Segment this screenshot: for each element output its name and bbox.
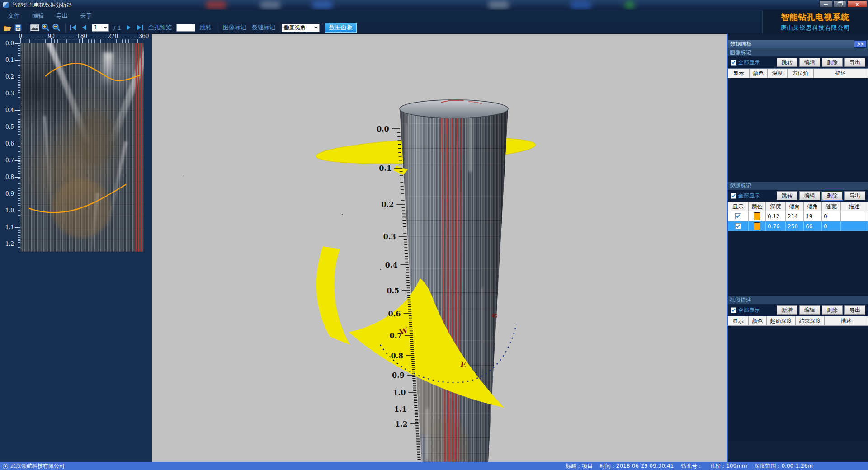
borehole-unwrapped-image[interactable] (20, 43, 144, 252)
fracture-row-1[interactable]: 0.12 214 19 0 (728, 212, 868, 221)
collapse-panel-button[interactable]: >> (854, 40, 867, 48)
crack-marks-delete-button[interactable]: 删除 (822, 191, 843, 200)
status-depth-range: 深度范围：0.00-1.26m (755, 462, 813, 470)
cylinder-depth-label: 0.7 (390, 331, 402, 340)
menu-export[interactable]: 导出 (56, 12, 68, 20)
cylinder-depth-label: 0.0 (377, 125, 389, 133)
row-checkbox[interactable] (735, 213, 741, 219)
status-time: 时间：2018-06-29 09:30:41 (600, 462, 674, 470)
page-total-label: / 1 (113, 24, 121, 31)
fracture-sinusoid-2[interactable] (29, 184, 126, 212)
segments-delete-button[interactable]: 删除 (822, 306, 843, 315)
image-marks-showall-checkbox[interactable] (731, 60, 736, 66)
col-show: 显示 (728, 69, 750, 78)
menubar: 文件 编辑 导出 关于 (0, 10, 762, 22)
jump-depth-input[interactable] (176, 24, 195, 32)
col-desc: 描述 (841, 202, 868, 212)
taskbar-blur-decoration (312, 1, 333, 9)
taskbar-blur-decoration (260, 1, 281, 9)
cell-depth: 0.12 (766, 212, 786, 221)
crack-mark-button[interactable]: 裂缝标记 (252, 24, 275, 32)
segments-edit-button[interactable]: 编辑 (799, 306, 820, 315)
titlebar: 智能钻孔电视数据分析器 x (0, 0, 868, 10)
zoom-out-icon[interactable] (52, 23, 61, 32)
crack-marks-edit-button[interactable]: 编辑 (799, 191, 820, 200)
menu-file[interactable]: 文件 (8, 12, 20, 20)
depth-scale-label: 1.2 (0, 241, 14, 247)
col-azimuth: 方位角 (788, 69, 814, 78)
borehole-3d-scene: W E S 0.00.10.20.30.40.50.60.70.80.91.01… (152, 34, 727, 462)
crack-marks-showall-label[interactable]: 全部显示 (738, 192, 777, 200)
cylinder-depth-label: 1.2 (395, 420, 408, 428)
whole-hole-preview-button[interactable]: 全孔预览 (148, 24, 172, 32)
cell-desc (841, 221, 868, 231)
open-file-icon[interactable] (2, 23, 12, 32)
col-desc: 描述 (825, 316, 868, 326)
cylinder-depth-label: 0.5 (387, 287, 399, 295)
view-angle-select[interactable]: 垂直视角 (282, 24, 320, 32)
previous-page-icon[interactable] (79, 23, 89, 32)
crack-marks-export-button[interactable]: 导出 (844, 191, 865, 200)
image-marks-export-button[interactable]: 导出 (844, 58, 865, 67)
image-marks-empty-area (728, 78, 868, 182)
whole-hole-image-icon[interactable] (30, 23, 40, 32)
crack-marks-empty-area (728, 231, 868, 296)
fracture-sinusoid-1[interactable] (45, 63, 140, 80)
depth-scale-label: 0.6 (0, 141, 14, 147)
data-panel-header: 数据面板 >> (728, 40, 868, 48)
cell-dip-direction: 214 (786, 212, 804, 221)
col-depth: 深度 (768, 69, 788, 78)
segments-export-button[interactable]: 导出 (844, 306, 865, 315)
close-button[interactable]: x (847, 0, 867, 8)
col-show: 显示 (728, 202, 749, 212)
segments-add-button[interactable]: 新增 (777, 306, 797, 315)
main-3d-view[interactable]: W E S 0.00.10.20.30.40.50.60.70.80.91.01… (152, 34, 727, 462)
depth-scale-label: 0.8 (0, 174, 14, 180)
jump-button[interactable]: 跳转 (200, 24, 212, 32)
depth-scale-label: 0.1 (0, 57, 14, 63)
last-page-icon[interactable] (135, 23, 145, 32)
status-diameter: 孔径：100mm (710, 462, 747, 470)
col-color: 颜色 (750, 69, 768, 78)
crack-marks-showall-checkbox[interactable] (731, 193, 736, 199)
image-marks-showall-label[interactable]: 全部显示 (738, 59, 777, 66)
cell-width: 0 (822, 212, 841, 221)
menu-about[interactable]: 关于 (80, 12, 92, 20)
page-select[interactable]: 1 (92, 24, 109, 32)
color-swatch[interactable] (754, 222, 760, 230)
depth-scale-label: 0.4 (0, 107, 14, 113)
image-marks-delete-button[interactable]: 删除 (822, 58, 843, 67)
cylinder-depth-label: 0.8 (391, 352, 403, 360)
image-marks-jump-button[interactable]: 跳转 (777, 58, 797, 67)
image-marks-section-title: 图像标记 (728, 48, 868, 56)
col-show: 显示 (728, 316, 749, 326)
image-mark-button[interactable]: 图像标记 (223, 24, 246, 32)
segments-showall-label[interactable]: 全部显示 (738, 306, 777, 314)
restore-button[interactable] (833, 0, 846, 8)
first-page-icon[interactable] (68, 23, 78, 32)
menu-edit[interactable]: 编辑 (32, 12, 44, 20)
depth-scale-label: 0.7 (0, 157, 14, 164)
cell-dip-angle: 66 (804, 221, 822, 231)
col-color: 颜色 (749, 316, 767, 326)
crack-marks-jump-button[interactable]: 跳转 (777, 191, 797, 200)
row-checkbox[interactable] (735, 223, 741, 229)
minimize-button[interactable] (819, 0, 832, 8)
depth-scale-label: 0.9 (0, 191, 14, 197)
cell-dip-direction: 250 (786, 221, 804, 231)
depth-scale-label: 1.1 (0, 224, 14, 230)
next-page-icon[interactable] (124, 23, 134, 32)
save-icon[interactable] (13, 23, 23, 32)
segments-showall-checkbox[interactable] (731, 307, 736, 313)
image-marks-edit-button[interactable]: 编辑 (799, 58, 820, 67)
chevron-down-icon (104, 27, 107, 29)
zoom-in-icon[interactable] (41, 23, 51, 32)
cylinder-depth-label: 0.6 (388, 310, 401, 318)
color-swatch[interactable] (754, 212, 760, 220)
fracture-row-2-selected[interactable]: 0.76 250 66 0 (728, 221, 868, 231)
col-color: 颜色 (749, 202, 766, 212)
crack-marks-section-title: 裂缝标记 (728, 182, 868, 190)
data-panel-toggle-button[interactable]: 数据面板 (325, 23, 357, 33)
segments-section-title: 孔段描述 (728, 296, 868, 304)
app-icon (3, 2, 9, 8)
